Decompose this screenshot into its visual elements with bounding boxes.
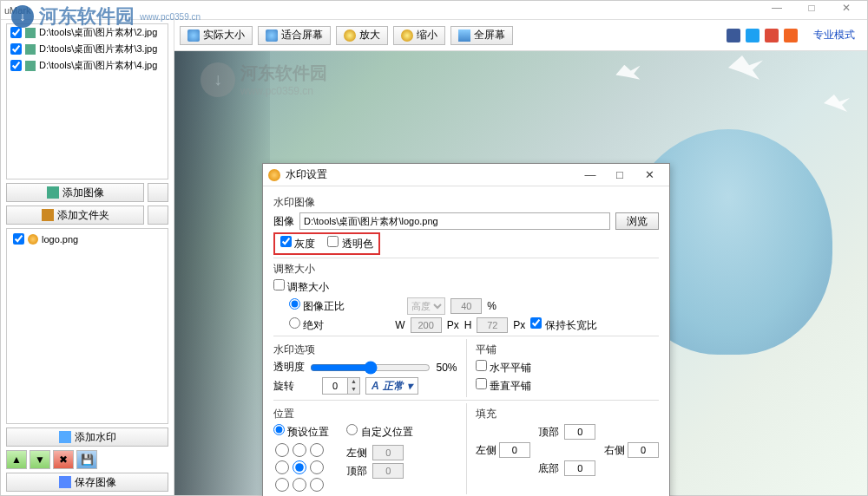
tile-h-checkbox[interactable] [476, 360, 487, 371]
dimension-select[interactable]: 高度 [407, 297, 445, 315]
delete-button[interactable]: ✖ [53, 450, 74, 469]
preset-pos-radio[interactable] [273, 424, 285, 435]
maximize-button[interactable]: □ [794, 2, 829, 19]
pos-tr-radio[interactable] [310, 443, 324, 457]
dialog-close-button[interactable]: ✕ [635, 168, 664, 181]
add-folder-button[interactable]: 添加文件夹 [6, 206, 144, 225]
file-checkbox[interactable] [10, 60, 22, 71]
move-up-button[interactable]: ▲ [6, 450, 27, 469]
browse-button[interactable]: 浏览 [615, 212, 659, 230]
tile-v-checkbox-label[interactable]: 垂直平铺 [476, 378, 531, 394]
watermark-list: logo.png [6, 228, 168, 424]
zoom-out-button[interactable]: 缩小 [393, 26, 445, 45]
pos-tl-radio[interactable] [275, 443, 289, 457]
opacity-slider[interactable] [310, 361, 431, 375]
add-watermark-button[interactable]: 添加水印 [6, 427, 168, 447]
preview-watermark-overlay: ↓ 河东软件园 www.pc0359.cn [201, 62, 327, 97]
custom-pos-radio-label[interactable]: 自定义位置 [346, 426, 412, 438]
minimize-button[interactable]: — [760, 2, 794, 19]
resize-checkbox[interactable] [273, 279, 285, 290]
resize-checkbox-label[interactable]: 调整大小 [273, 279, 329, 295]
fit-screen-icon [266, 29, 278, 42]
file-path: D:\tools\桌面\图片素材\3.jpg [39, 42, 157, 55]
height-input[interactable] [477, 317, 508, 333]
watermark-settings-dialog: 水印设置 — □ ✕ 水印图像 图像 浏览 灰度 透明色 调整大小 调整大小 图… [262, 163, 670, 496]
tile-h-checkbox-label[interactable]: 水平平铺 [476, 360, 531, 375]
save-image-button[interactable]: 保存图像 [6, 473, 168, 492]
add-image-icon [47, 186, 59, 199]
image-icon [25, 44, 36, 55]
pos-mr-radio[interactable] [310, 460, 324, 474]
watermark-checkbox[interactable] [13, 233, 24, 245]
twitter-icon[interactable] [746, 29, 760, 42]
proportional-radio[interactable] [289, 298, 300, 310]
pos-mc-radio[interactable] [293, 460, 306, 474]
pad-right-input[interactable] [628, 442, 659, 458]
logo-icon [28, 234, 38, 245]
custom-top-label: 顶部 [346, 464, 367, 479]
pad-left-label: 左侧 [476, 444, 496, 456]
watermark-item[interactable]: logo.png [10, 232, 165, 246]
dialog-maximize-button[interactable]: □ [605, 168, 635, 181]
actual-size-button[interactable]: 实际大小 [180, 26, 253, 45]
pos-bc-radio[interactable] [293, 478, 306, 492]
rotate-input[interactable] [323, 378, 347, 394]
save-preset-button[interactable]: 💾 [76, 450, 97, 469]
proportion-value-input[interactable] [450, 298, 482, 314]
transcolor-checkbox-label[interactable]: 透明色 [327, 236, 372, 251]
keep-ratio-checkbox-label[interactable]: 保持长宽比 [530, 317, 596, 333]
fit-screen-button[interactable]: 适合屏幕 [258, 26, 331, 45]
pro-mode-link[interactable]: 专业模式 [813, 28, 855, 42]
absolute-radio-label[interactable]: 绝对 [289, 317, 324, 333]
remove-button[interactable] [148, 206, 168, 225]
pos-br-radio[interactable] [310, 478, 324, 492]
rss-icon[interactable] [784, 29, 798, 42]
file-path: D:\tools\桌面\图片素材\4.jpg [39, 59, 157, 72]
pos-tc-radio[interactable] [293, 443, 306, 457]
close-button[interactable]: ✕ [829, 2, 864, 19]
flip-style-select[interactable]: A正常 ▾ [365, 377, 418, 395]
file-checkbox[interactable] [10, 27, 22, 38]
keep-ratio-checkbox[interactable] [530, 317, 542, 329]
custom-top-input[interactable] [372, 463, 404, 479]
pad-top-label: 顶部 [538, 425, 559, 440]
file-path: D:\tools\桌面\图片素材\2.jpg [39, 26, 157, 39]
facebook-icon[interactable] [727, 29, 740, 42]
preset-pos-radio-label[interactable]: 预设位置 [273, 426, 329, 438]
grayscale-checkbox-label[interactable]: 灰度 [280, 236, 315, 251]
image-path-input[interactable] [299, 212, 610, 230]
pad-left-input[interactable] [499, 442, 530, 458]
file-row[interactable]: D:\tools\桌面\图片素材\2.jpg [7, 24, 168, 41]
move-down-button[interactable]: ▼ [30, 450, 50, 469]
rotate-spinner[interactable]: ▲▼ [322, 377, 360, 395]
googleplus-icon[interactable] [765, 29, 779, 42]
width-input[interactable] [411, 317, 442, 333]
highlight-box: 灰度 透明色 [273, 232, 380, 255]
file-row[interactable]: D:\tools\桌面\图片素材\3.jpg [7, 41, 168, 57]
custom-pos-radio[interactable] [346, 424, 358, 435]
file-checkbox[interactable] [10, 43, 22, 55]
pad-top-input[interactable] [564, 424, 595, 440]
dialog-minimize-button[interactable]: — [575, 168, 605, 181]
grayscale-checkbox[interactable] [280, 236, 292, 247]
proportional-radio-label[interactable]: 图像正比 [289, 298, 345, 314]
tile-v-checkbox[interactable] [476, 378, 487, 389]
spin-up-icon[interactable]: ▲ [348, 378, 359, 386]
folder-icon [42, 209, 54, 221]
spin-down-icon[interactable]: ▼ [348, 386, 359, 394]
position-grid [275, 443, 329, 492]
section-options-label: 水印选项 [273, 343, 457, 357]
zoom-in-button[interactable]: 放大 [336, 26, 388, 45]
pos-ml-radio[interactable] [275, 460, 289, 474]
file-row[interactable]: D:\tools\桌面\图片素材\4.jpg [7, 57, 168, 74]
transcolor-checkbox[interactable] [327, 236, 339, 247]
fullscreen-button[interactable]: 全屏幕 [450, 26, 513, 45]
absolute-radio[interactable] [289, 317, 300, 329]
droplet-icon [59, 431, 71, 443]
custom-left-input[interactable] [372, 445, 404, 460]
confirm-add-button[interactable] [148, 183, 168, 202]
section-tile-label: 平铺 [476, 343, 660, 357]
pad-bottom-input[interactable] [564, 460, 595, 476]
add-image-button[interactable]: 添加图像 [6, 183, 144, 202]
pos-bl-radio[interactable] [275, 478, 289, 492]
